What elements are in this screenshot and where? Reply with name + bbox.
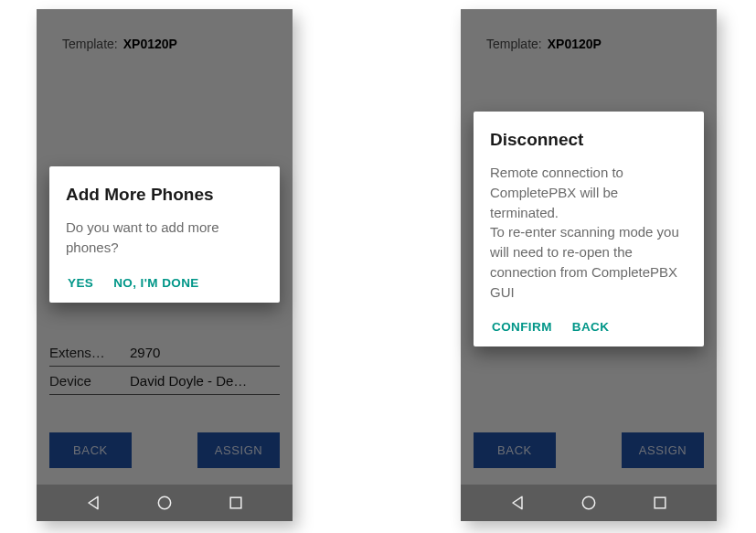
phone-left: Template: XP0120P Extens… 2970 Device Da… — [37, 9, 293, 521]
extension-label: Extens… — [49, 345, 124, 360]
yes-button[interactable]: YES — [68, 276, 93, 290]
dialog-body: Do you want to add more phones? — [66, 218, 263, 258]
add-more-phones-dialog: Add More Phones Do you want to add more … — [49, 166, 280, 303]
template-row: Template: XP0120P — [37, 9, 293, 59]
button-bar: BACK ASSIGN — [49, 432, 280, 468]
form-area: Extens… 2970 Device David Doyle - De… — [49, 338, 280, 395]
svg-point-2 — [582, 496, 594, 508]
template-label: Template: — [62, 37, 118, 51]
svg-rect-3 — [655, 497, 665, 508]
confirm-button[interactable]: CONFIRM — [492, 320, 552, 334]
template-value: XP0120P — [123, 37, 177, 51]
nav-back-icon[interactable] — [508, 494, 527, 512]
assign-button[interactable]: ASSIGN — [197, 432, 280, 468]
template-row: Template: XP0120P — [461, 9, 717, 59]
phone-right: Template: XP0120P BACK ASSIGN Disconnect… — [461, 9, 717, 521]
nav-home-icon[interactable] — [155, 494, 174, 512]
svg-rect-1 — [230, 497, 241, 508]
button-bar: BACK ASSIGN — [474, 432, 704, 468]
nav-home-icon[interactable] — [580, 494, 598, 512]
back-button[interactable]: BACK — [474, 432, 556, 468]
dialog-actions: YES NO, I'M DONE — [66, 276, 263, 290]
dialog-body: Remote connection to CompletePBX will be… — [490, 163, 687, 302]
disconnect-dialog: Disconnect Remote connection to Complete… — [474, 112, 704, 346]
nav-recent-icon[interactable] — [651, 494, 669, 512]
nav-back-icon[interactable] — [84, 494, 102, 512]
extension-row: Extens… 2970 — [49, 338, 280, 367]
extension-value: 2970 — [124, 345, 280, 360]
dialog-title: Disconnect — [490, 130, 687, 150]
template-value: XP0120P — [548, 37, 602, 51]
svg-point-0 — [158, 496, 170, 508]
dialog-title: Add More Phones — [66, 185, 263, 205]
android-navbar — [461, 485, 717, 521]
nav-recent-icon[interactable] — [227, 494, 245, 512]
assign-button[interactable]: ASSIGN — [622, 432, 704, 468]
back-button[interactable]: BACK — [49, 432, 132, 468]
device-row: Device David Doyle - De… — [49, 367, 280, 395]
dialog-actions: CONFIRM BACK — [490, 320, 687, 334]
device-label: Device — [49, 373, 124, 389]
template-label: Template: — [486, 37, 542, 51]
device-value: David Doyle - De… — [124, 373, 280, 389]
dialog-back-button[interactable]: BACK — [572, 320, 610, 334]
android-navbar — [37, 485, 293, 521]
no-im-done-button[interactable]: NO, I'M DONE — [113, 276, 199, 290]
